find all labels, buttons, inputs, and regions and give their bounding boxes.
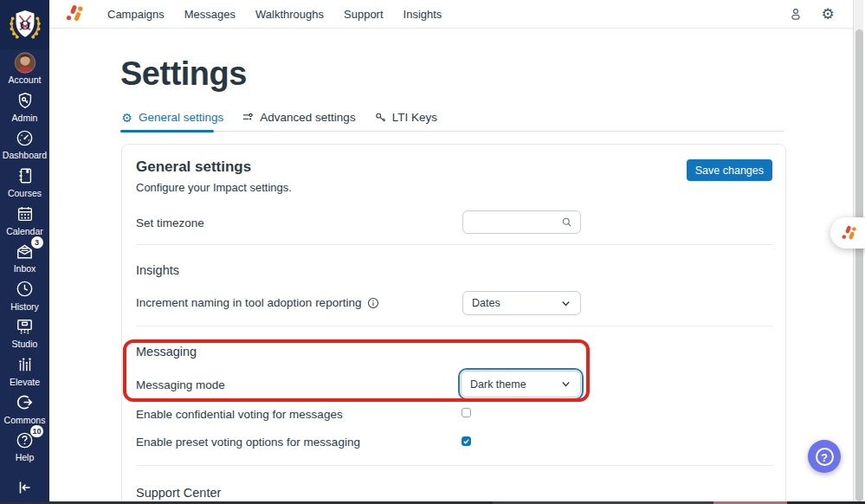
gear-icon: ⚙ — [120, 111, 133, 124]
canvas-sidebar: O Account — [0, 0, 49, 504]
topbar-nav: Campaigns Messages Walkthroughs Support … — [107, 8, 442, 21]
tab-advanced-settings[interactable]: Advanced settings — [242, 111, 355, 131]
timezone-label: Set timezone — [136, 216, 204, 229]
school-logo[interactable]: O — [0, 0, 49, 49]
settings-gear-icon[interactable]: ⚙ — [820, 6, 836, 22]
sidebar-item-label: Studio — [12, 339, 38, 349]
sidebar-item-label: History — [10, 301, 39, 312]
increment-naming-label: Increment naming in tool adoption report… — [136, 296, 379, 309]
sidebar-item-label: Elevate — [10, 377, 40, 387]
divider — [136, 244, 773, 245]
school-crest-icon: O — [6, 6, 44, 44]
messaging-mode-select[interactable]: Dark theme — [461, 371, 581, 397]
messaging-heading: Messaging — [136, 345, 197, 359]
nav-messages[interactable]: Messages — [184, 8, 236, 21]
sidebar-item-label: Inbox — [14, 263, 36, 274]
question-mark-icon: ? — [816, 448, 834, 466]
select-value: Dark theme — [470, 378, 526, 391]
nav-walkthroughs[interactable]: Walkthroughs — [255, 8, 324, 21]
messaging-mode-label: Messaging mode — [136, 378, 225, 391]
studio-screen-icon — [14, 315, 36, 338]
help-count-badge: 10 — [30, 425, 42, 437]
sidebar-item-elevate[interactable]: Elevate — [0, 352, 49, 390]
collapse-arrow-icon — [16, 478, 35, 497]
help-question-icon: 10 — [14, 429, 36, 451]
impact-logo[interactable] — [64, 3, 85, 24]
card-heading: General settings — [136, 158, 251, 176]
nav-campaigns[interactable]: Campaigns — [107, 8, 165, 21]
clock-icon — [14, 278, 36, 300]
preset-voting-checkbox[interactable] — [462, 436, 471, 446]
avatar — [14, 51, 36, 74]
elevate-chart-icon — [14, 353, 36, 376]
tab-label: LTI Keys — [392, 111, 437, 124]
info-icon[interactable] — [367, 297, 379, 309]
tab-lti-keys[interactable]: LTI Keys — [374, 111, 437, 131]
notebook-icon — [14, 165, 36, 187]
sidebar-item-studio[interactable]: Studio — [0, 313, 49, 352]
confidential-voting-label: Enable confidential voting for messages — [136, 408, 343, 421]
card-subheading: Configure your Impact settings. — [136, 181, 292, 194]
insights-heading: Insights — [136, 263, 179, 277]
share-arrow-icon — [14, 391, 36, 414]
impact-settings-screen: O Account — [0, 0, 865, 504]
divider — [136, 326, 773, 326]
chevron-down-icon — [560, 298, 571, 309]
confidential-voting-checkbox[interactable] — [462, 408, 471, 417]
user-icon[interactable] — [788, 6, 804, 22]
impact-widget-tab[interactable] — [830, 217, 865, 249]
tab-general-settings[interactable]: ⚙ General settings — [120, 111, 223, 131]
envelope-icon: 3 — [14, 240, 36, 262]
general-settings-card: General settings Configure your Impact s… — [121, 144, 786, 504]
preset-voting-label: Enable preset voting options for messagi… — [136, 436, 360, 449]
active-tab-underline — [120, 130, 214, 132]
sidebar-item-dashboard[interactable]: Dashboard — [0, 125, 49, 163]
key-icon — [374, 111, 387, 124]
help-fab-button[interactable]: ? — [808, 440, 841, 473]
sidebar-item-label: Help — [16, 452, 35, 462]
sliders-icon — [242, 111, 255, 124]
shield-key-icon — [14, 89, 36, 112]
sidebar-item-account[interactable]: Account — [0, 49, 49, 87]
sidebar-item-courses[interactable]: Courses — [0, 163, 49, 201]
save-changes-button[interactable]: Save changes — [687, 159, 772, 181]
increment-naming-text: Increment naming in tool adoption report… — [136, 296, 361, 309]
calendar-icon — [14, 203, 36, 225]
increment-naming-select[interactable]: Dates — [462, 291, 581, 315]
collapse-sidebar-button[interactable] — [0, 476, 49, 499]
divider — [136, 465, 773, 466]
sidebar-item-label: Account — [9, 74, 42, 85]
nav-support[interactable]: Support — [344, 8, 384, 21]
nav-insights[interactable]: Insights — [403, 8, 442, 21]
tab-label: General settings — [139, 111, 223, 124]
chevron-down-icon — [560, 378, 571, 390]
sidebar-item-calendar[interactable]: Calendar — [0, 200, 49, 238]
impact-logo-icon — [840, 224, 858, 242]
sidebar-item-label: Calendar — [6, 226, 43, 236]
sidebar-item-help[interactable]: 10 Help — [0, 427, 49, 465]
sidebar-item-label: Dashboard — [3, 150, 47, 160]
support-center-heading: Support Center — [136, 486, 221, 500]
sidebar-item-commons[interactable]: Commons — [0, 389, 49, 427]
scrollbar-thumb[interactable] — [855, 29, 863, 501]
inbox-count-badge: 3 — [31, 236, 43, 249]
sidebar-item-history[interactable]: History — [0, 276, 49, 314]
select-value: Dates — [472, 297, 500, 309]
sidebar-item-admin[interactable]: Admin — [0, 87, 49, 126]
scrollbar-track[interactable] — [853, 0, 863, 504]
settings-tabs: ⚙ General settings Advanced settings LTI… — [120, 111, 437, 131]
check-icon — [462, 437, 470, 445]
timezone-search-input[interactable] — [463, 211, 560, 233]
sidebar-item-inbox[interactable]: 3 Inbox — [0, 238, 49, 276]
page-title: Settings — [120, 55, 247, 93]
timezone-search-field[interactable] — [462, 210, 581, 234]
sidebar-item-label: Commons — [4, 415, 46, 425]
tabs-divider — [120, 131, 784, 132]
logo-letter: O — [20, 16, 30, 31]
impact-topbar: Campaigns Messages Walkthroughs Support … — [49, 0, 853, 29]
search-icon — [560, 216, 573, 229]
sidebar-item-label: Admin — [12, 113, 38, 123]
gauge-icon — [14, 126, 36, 149]
tab-label: Advanced settings — [260, 111, 355, 124]
sidebar-item-label: Courses — [8, 188, 42, 198]
